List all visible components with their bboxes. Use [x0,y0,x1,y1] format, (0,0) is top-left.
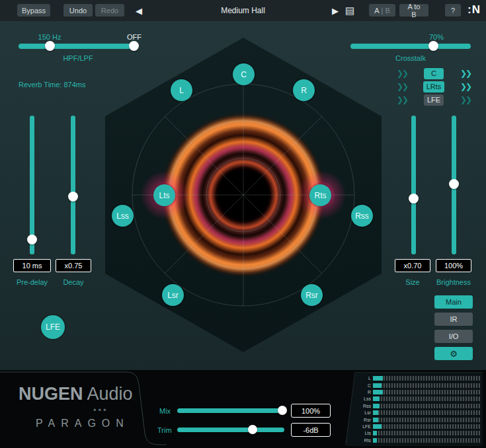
hpf-handle[interactable] [45,41,55,51]
channel-node-lts[interactable]: Lts [153,184,175,206]
lpf-handle[interactable] [129,41,139,51]
meter-fill [373,424,382,429]
channel-node-lsr[interactable]: Lsr [162,284,184,306]
meter-row: R [344,389,480,395]
trim-label: Trim [157,426,172,434]
mix-handle[interactable] [278,406,287,415]
preset-list-icon[interactable]: ▤ [345,0,354,21]
channel-node-rsr[interactable]: Rsr [301,284,323,306]
channel-node-c[interactable]: C [233,63,255,85]
hpf-lpf-label: HPF/LPF [19,54,138,62]
brightness-label: Brightness [430,278,477,286]
meter-bar [373,396,480,401]
meter-row: LFE [344,424,480,429]
next-preset-icon[interactable]: ▶ [332,0,339,21]
redo-button[interactable]: Redo [95,4,124,17]
crosstalk-slider[interactable] [350,44,471,49]
ab-separator: | [382,7,384,15]
meter-row: Lsr [344,410,480,416]
meter-fill [373,410,378,415]
routing-output-chevron-icon[interactable]: ❯❯ [460,69,471,78]
ab-a-label: A [374,7,379,15]
size-handle[interactable] [409,194,419,204]
channel-node-lfe[interactable]: LFE [41,315,65,339]
predelay-handle[interactable] [27,235,37,244]
meter-channel-label: LFE [344,424,373,429]
meter-channel-label: Rts [344,437,373,443]
decay-handle[interactable] [68,192,78,202]
trim-value-box[interactable]: -6dB [291,423,331,437]
channel-node-lss[interactable]: Lss [112,205,134,227]
meter-bar [373,376,480,381]
channel-node-l[interactable]: L [171,79,192,101]
top-bar: Bypass Undo Redo ◀ Medium Hall ▶ ▤ A | B… [0,0,486,21]
meter-fill [373,418,378,422]
mix-value-box[interactable]: 100% [291,404,331,418]
meter-channel-label: C [344,383,373,389]
meter-row: Lss [344,396,480,402]
predelay-value-box[interactable]: 10 ms [13,259,51,272]
routing-output-chevron-icon[interactable]: ❯❯ [460,82,471,91]
ab-compare-button[interactable]: A | B [369,4,395,17]
routing-input-chevron-icon[interactable]: ❯❯ [397,82,407,91]
routing-input-chevron-icon[interactable]: ❯❯ [397,95,407,104]
channel-node-rts[interactable]: Rts [309,184,331,206]
channel-node-rss[interactable]: Rss [351,205,373,227]
paragon-plugin-window: Bypass Undo Redo ◀ Medium Hall ▶ ▤ A | B… [0,0,486,448]
footer-bar: NUGEN Audio ••• PARAGON Mix 100% Trim -6… [0,370,486,448]
undo-button[interactable]: Undo [63,4,93,17]
bypass-button[interactable]: Bypass [17,4,50,17]
meter-fill [373,390,383,394]
routing-output-chevron-icon[interactable]: ❯❯ [460,95,471,104]
settings-gear-icon[interactable]: ⚙ [434,347,473,360]
trim-handle[interactable] [248,425,257,434]
meter-channel-label: Lss [344,396,373,402]
brand-logo: NUGEN Audio [19,384,133,404]
meter-bar [373,424,480,429]
tab-main[interactable]: Main [434,295,473,309]
predelay-slider[interactable] [30,116,34,254]
brightness-handle[interactable] [449,179,459,189]
routing-input-chevron-icon[interactable]: ❯❯ [397,69,407,78]
crosstalk-value-label: 70% [423,33,450,41]
mix-slider[interactable] [177,408,284,413]
previous-preset-icon[interactable]: ◀ [136,0,142,21]
a-to-b-button[interactable]: A to B [399,4,428,17]
meter-bar [373,390,480,394]
predelay-label: Pre-delay [13,278,51,286]
tab-io[interactable]: I/O [434,330,473,343]
trim-slider[interactable] [177,428,284,432]
routing-lrts-button[interactable]: LRts [423,81,445,93]
meter-fill [373,438,377,443]
help-button[interactable]: ? [445,4,461,17]
decay-slider[interactable] [71,116,75,254]
meter-fill [373,396,380,401]
size-slider[interactable] [411,116,416,254]
meter-channel-label: Rss [344,403,373,409]
routing-lfe-button[interactable]: LFE [424,94,444,106]
channel-meters-panel: L C R Lss Rss Lsr [344,373,483,446]
decay-value-box[interactable]: x0.75 [56,259,91,272]
brightness-slider[interactable] [452,116,456,254]
meter-row: L [344,375,480,381]
meter-fill [373,376,383,381]
product-name: PARAGON [36,418,130,429]
brightness-value-box[interactable]: 100% [436,259,471,272]
nugen-logo: :N [467,3,481,17]
tab-ir[interactable]: IR [434,313,473,326]
meter-fill [373,383,382,388]
crosstalk-label: Crosstalk [350,54,471,62]
size-label: Size [395,278,430,286]
channel-node-r[interactable]: R [293,79,315,101]
meter-bar [373,410,480,415]
meter-channel-label: Lsr [344,410,373,416]
size-value-box[interactable]: x0.70 [395,259,430,272]
meter-row: Rts [344,437,480,443]
meter-fill [373,404,380,408]
crosstalk-handle[interactable] [428,41,438,51]
routing-c-button[interactable]: C [424,68,444,79]
brand-dots: ••• [93,405,108,415]
meter-bar [373,418,480,422]
hpf-lpf-slider[interactable] [19,44,138,49]
meter-channel-label: Lts [344,430,373,436]
